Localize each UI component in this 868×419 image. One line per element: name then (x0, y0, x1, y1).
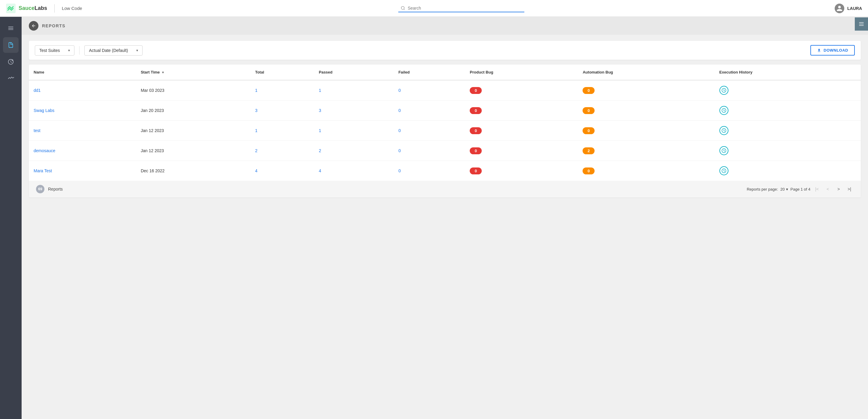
cell-product-bug: 0 (465, 121, 578, 141)
cell-total: 1 (250, 121, 314, 141)
main-content: REPORTS Test Suites ▾ Actual Date (Defau… (22, 17, 868, 419)
search-box[interactable] (398, 4, 524, 12)
passed-value[interactable]: 1 (319, 88, 321, 93)
col-header-start-time[interactable]: Start Time ▾ (136, 64, 250, 80)
next-page-button[interactable]: > (834, 185, 843, 193)
total-value[interactable]: 4 (255, 169, 257, 173)
sidebar-item-reports[interactable] (3, 37, 19, 53)
top-right-menu-button[interactable] (855, 18, 868, 31)
total-value[interactable]: 2 (255, 148, 257, 153)
automation-bug-badge: 2 (583, 147, 595, 154)
download-button[interactable]: DOWNLOAD (810, 45, 855, 56)
automation-bug-badge: 0 (583, 107, 595, 114)
col-header-total: Total (250, 64, 314, 80)
failed-value[interactable]: 0 (398, 128, 401, 133)
cell-failed: 0 (394, 80, 465, 100)
product-label: Low Code (62, 6, 82, 11)
pagination-area: Reports per page: 20 ▾ Page 1 of 4 |< < … (747, 185, 854, 193)
sidebar-item-analytics[interactable] (3, 71, 19, 86)
execution-history-button[interactable] (719, 166, 728, 175)
product-bug-badge: 0 (470, 107, 482, 114)
execution-history-button[interactable] (719, 106, 728, 115)
cell-name: Mara Test (29, 161, 136, 181)
execution-history-button[interactable] (719, 86, 728, 95)
sidebar (0, 17, 22, 419)
test-suites-label: Test Suites (39, 48, 60, 53)
failed-value[interactable]: 0 (398, 169, 401, 173)
total-value[interactable]: 1 (255, 128, 257, 133)
saucelabs-logo-icon (6, 4, 16, 13)
cell-product-bug: 0 (465, 141, 578, 161)
per-page-chevron-icon: ▾ (786, 187, 788, 191)
history-icon (721, 88, 726, 93)
last-page-button[interactable]: >| (845, 185, 854, 193)
col-header-failed: Failed (394, 64, 465, 80)
date-label: Actual Date (Default) (89, 48, 128, 53)
cell-start-time: Mar 03 2023 (136, 80, 250, 100)
col-header-automation-bug: Automation Bug (578, 64, 714, 80)
logo-text: SauceLabs (19, 5, 47, 11)
history-icon (721, 168, 726, 174)
page-info: Page 1 of 4 (790, 187, 811, 191)
clock-plus-icon (7, 59, 14, 65)
col-header-passed: Passed (314, 64, 394, 80)
svg-line-2 (404, 9, 405, 9)
name-link[interactable]: demosauce (34, 148, 55, 153)
cell-name: dd1 (29, 80, 136, 100)
logo-divider (54, 4, 55, 12)
cell-passed: 2 (314, 141, 394, 161)
cell-start-time: Jan 12 2023 (136, 121, 250, 141)
page-title: REPORTS (42, 23, 65, 28)
cell-total: 2 (250, 141, 314, 161)
name-link[interactable]: test (34, 128, 40, 133)
test-suites-dropdown[interactable]: Test Suites ▾ (35, 45, 74, 56)
execution-history-button[interactable] (719, 146, 728, 155)
name-link[interactable]: Swag Labs (34, 108, 54, 113)
history-icon (721, 128, 726, 133)
back-button[interactable] (29, 21, 38, 31)
passed-value[interactable]: 1 (319, 128, 321, 133)
failed-value[interactable]: 0 (398, 108, 401, 113)
cell-product-bug: 0 (465, 80, 578, 100)
total-value[interactable]: 3 (255, 108, 257, 113)
name-link[interactable]: Mara Test (34, 169, 52, 173)
user-area[interactable]: LAURA (835, 4, 862, 13)
name-link[interactable]: dd1 (34, 88, 40, 93)
logo-area: SauceLabs Low Code (6, 4, 82, 13)
top-nav: SauceLabs Low Code LAURA (0, 0, 868, 17)
passed-value[interactable]: 4 (319, 169, 321, 173)
search-icon (401, 6, 405, 10)
failed-value[interactable]: 0 (398, 88, 401, 93)
table-row: Swag Labs Jan 20 2023 3 3 0 0 0 (29, 100, 861, 121)
per-page-select[interactable]: 20 ▾ (780, 187, 788, 191)
cell-execution-history (715, 121, 861, 141)
first-page-button[interactable]: |< (813, 185, 821, 193)
search-input[interactable] (408, 6, 522, 10)
per-page-value: 20 (780, 187, 784, 191)
sidebar-item-menu[interactable] (3, 21, 19, 36)
sort-icon: ▾ (162, 70, 164, 74)
cell-passed: 3 (314, 100, 394, 121)
cell-name: demosauce (29, 141, 136, 161)
cell-failed: 0 (394, 141, 465, 161)
cell-automation-bug: 0 (578, 100, 714, 121)
total-value[interactable]: 1 (255, 88, 257, 93)
passed-value[interactable]: 2 (319, 148, 321, 153)
cell-automation-bug: 0 (578, 121, 714, 141)
cell-automation-bug: 0 (578, 161, 714, 181)
download-label: DOWNLOAD (824, 48, 848, 53)
col-header-execution-history: Execution History (715, 64, 861, 80)
product-bug-badge: 0 (470, 127, 482, 134)
content-area: Test Suites ▾ Actual Date (Default) ▾ DO… (22, 35, 868, 419)
cell-execution-history (715, 161, 861, 181)
cell-failed: 0 (394, 121, 465, 141)
prev-page-button[interactable]: < (824, 185, 832, 193)
per-page-label: Reports per page: (747, 187, 778, 191)
passed-value[interactable]: 3 (319, 108, 321, 113)
date-dropdown[interactable]: Actual Date (Default) ▾ (84, 45, 143, 56)
failed-value[interactable]: 0 (398, 148, 401, 153)
execution-history-button[interactable] (719, 126, 728, 135)
filter-row: Test Suites ▾ Actual Date (Default) ▾ DO… (29, 41, 861, 60)
cell-start-time: Dec 16 2022 (136, 161, 250, 181)
sidebar-item-schedule[interactable] (3, 54, 19, 70)
